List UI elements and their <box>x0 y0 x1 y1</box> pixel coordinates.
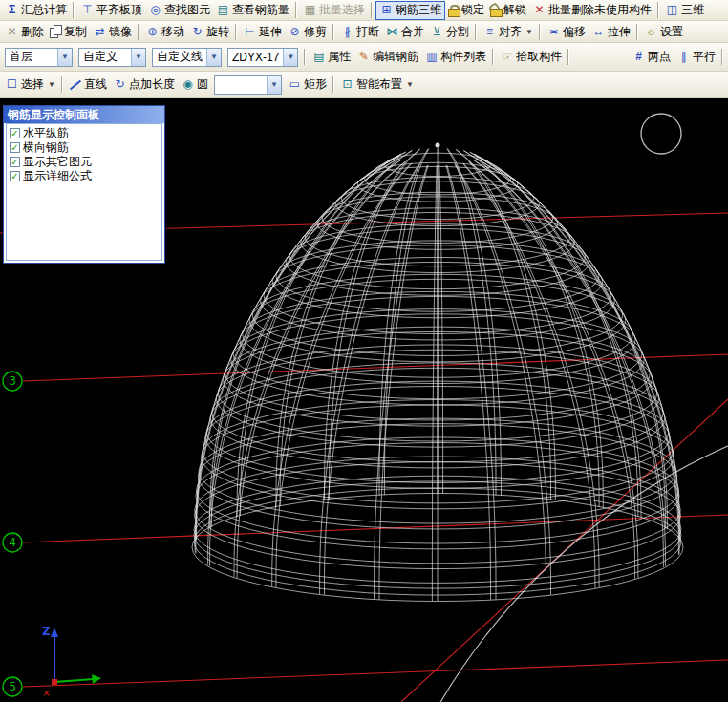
checkbox-checked-icon[interactable]: ✓ <box>10 142 20 153</box>
line-tool-button[interactable]: 直线 <box>66 75 110 94</box>
edit-rebar-button[interactable]: ✎编辑钢筋 <box>353 48 421 66</box>
button-label: 偏移 <box>563 24 586 40</box>
tool-option-combo[interactable]: ▼ <box>214 75 282 95</box>
rotate-icon: ↻ <box>190 25 204 39</box>
button-label: 修剪 <box>304 24 327 40</box>
chevron-down-icon[interactable]: ▼ <box>206 49 221 66</box>
button-label: 移动 <box>161 24 184 40</box>
align-button[interactable]: ≡对齐▼ <box>480 23 536 41</box>
summary-calc-button[interactable]: Σ汇总计算 <box>2 1 70 19</box>
combo-value: 自定义 <box>79 49 131 65</box>
axis-bubble-label: 4 <box>9 536 16 549</box>
button-label: 构件列表 <box>440 49 486 65</box>
separator <box>61 76 63 93</box>
delete-button[interactable]: ✕删除 <box>2 23 47 41</box>
button-label: 平行 <box>693 49 716 65</box>
button-label: 两点 <box>648 49 671 65</box>
trim-button[interactable]: ⊘修剪 <box>285 23 330 41</box>
find-element-button[interactable]: ◎查找图元 <box>145 1 213 19</box>
batch-delete-unused-button[interactable]: ✕批量删除未使用构件 <box>529 1 654 19</box>
separator <box>332 76 334 93</box>
rebar-table-icon: ▤ <box>216 3 230 17</box>
button-label: 设置 <box>660 24 683 40</box>
mirror-button[interactable]: ⇄镜像 <box>90 23 135 41</box>
view-3d-button[interactable]: ◫三维 <box>662 1 707 19</box>
component-list-button[interactable]: ▥构件列表 <box>421 48 489 66</box>
separator <box>332 24 334 40</box>
properties-button[interactable]: ▤属性 <box>309 48 353 66</box>
checkbox-row-show-other-elements[interactable]: ✓显示其它图元 <box>10 155 159 169</box>
chevron-down-icon[interactable]: ▼ <box>57 49 72 66</box>
component-name-combo[interactable]: ZDYX-17▼ <box>227 48 298 67</box>
button-label: 合并 <box>401 24 424 40</box>
line-type-combo[interactable]: 自定义线▼ <box>152 48 222 67</box>
parallel-icon: ∥ <box>676 50 691 64</box>
extend-icon: ⊢ <box>243 25 257 39</box>
flush-slab-top-button[interactable]: ⊤平齐板顶 <box>77 1 145 19</box>
chevron-down-icon[interactable]: ▼ <box>131 49 145 66</box>
checkbox-row-show-detail-formula[interactable]: ✓显示详细公式 <box>10 169 159 183</box>
button-label: 平齐板顶 <box>96 2 142 18</box>
settings-button[interactable]: ☼设置 <box>641 23 686 41</box>
align-top-icon: ⊤ <box>80 3 95 17</box>
select-button[interactable]: ☐选择▼ <box>2 75 58 94</box>
line-icon <box>69 78 82 92</box>
view-rebar-qty-button[interactable]: ▤查看钢筋量 <box>213 1 292 19</box>
combo-value: 首层 <box>6 49 57 65</box>
checkbox-row-transverse-rebar[interactable]: ✓横向钢筋 <box>10 140 159 155</box>
element-type-combo[interactable]: 自定义▼ <box>78 48 146 67</box>
floor-combo[interactable]: 首层▼ <box>5 48 73 67</box>
rectangle-tool-button[interactable]: ▭矩形 <box>285 75 330 94</box>
split-button[interactable]: ⊻分割 <box>427 23 472 41</box>
find-icon: ◎ <box>148 3 162 17</box>
checkbox-label: 显示详细公式 <box>23 168 92 184</box>
unlock-button[interactable]: 解锁 <box>487 1 529 19</box>
stretch-button[interactable]: ↔拉伸 <box>589 23 633 41</box>
offset-button[interactable]: ≍偏移 <box>544 23 589 41</box>
point-plus-length-button[interactable]: ↻点加长度 <box>110 75 178 94</box>
checkbox-row-horizontal-longitudinal[interactable]: ✓水平纵筋 <box>10 126 159 140</box>
dropdown-arrow-icon: ▼ <box>48 80 55 89</box>
properties-icon: ▤ <box>311 50 326 64</box>
separator <box>235 24 237 40</box>
batch-select-icon: ▦ <box>303 3 317 17</box>
parallel-button[interactable]: ∥平行 <box>674 48 718 66</box>
checkbox-checked-icon[interactable]: ✓ <box>10 171 20 181</box>
button-label: 删除 <box>21 24 44 40</box>
separator <box>138 24 139 40</box>
button-label: 矩形 <box>304 76 327 93</box>
rotate-button[interactable]: ↻旋转 <box>187 23 232 41</box>
point-length-icon: ↻ <box>113 77 127 92</box>
batch-select-button[interactable]: ▦批量选择 <box>300 1 368 19</box>
break-button[interactable]: ∦打断 <box>337 23 382 41</box>
pick-component-button[interactable]: ☞拾取构件 <box>497 48 565 66</box>
chevron-down-icon[interactable]: ▼ <box>283 49 297 66</box>
toolbar-row-1: Σ汇总计算 ⊤平齐板顶 ◎查找图元 ▤查看钢筋量 ▦批量选择 ⊞钢筋三维 锁定 … <box>0 0 728 21</box>
separator <box>567 49 569 65</box>
smart-layout-button[interactable]: ⊡智能布置▼ <box>337 75 417 94</box>
settings-icon: ☼ <box>644 25 658 39</box>
select-box-icon: ☐ <box>5 77 19 92</box>
chevron-down-icon[interactable]: ▼ <box>267 76 281 94</box>
edit-pencil-icon: ✎ <box>356 50 371 64</box>
circle-tool-button[interactable]: ◉圆 <box>178 75 211 94</box>
combo-value: ZDYX-17 <box>228 51 283 64</box>
button-label: 属性 <box>328 49 351 65</box>
extend-button[interactable]: ⊢延伸 <box>240 23 285 41</box>
pick-hand-icon: ☞ <box>500 50 514 64</box>
lock-icon <box>448 4 460 17</box>
merge-button[interactable]: ⋈合并 <box>382 23 427 41</box>
split-icon: ⊻ <box>430 25 444 39</box>
checkbox-checked-icon[interactable]: ✓ <box>10 157 20 167</box>
trim-icon: ⊘ <box>288 25 302 39</box>
lock-button[interactable]: 锁定 <box>445 1 487 19</box>
panel-title-bar[interactable]: 钢筋显示控制面板 <box>4 106 164 123</box>
two-point-button[interactable]: #两点 <box>629 48 674 66</box>
triad-z-label: Z <box>42 625 51 638</box>
checkbox-checked-icon[interactable]: ✓ <box>10 128 20 138</box>
copy-button[interactable]: 复制 <box>47 23 90 41</box>
move-button[interactable]: ⊕移动 <box>142 23 187 41</box>
rebar-3d-button[interactable]: ⊞钢筋三维 <box>375 1 445 20</box>
list-icon: ▥ <box>424 50 439 64</box>
separator <box>371 2 373 18</box>
